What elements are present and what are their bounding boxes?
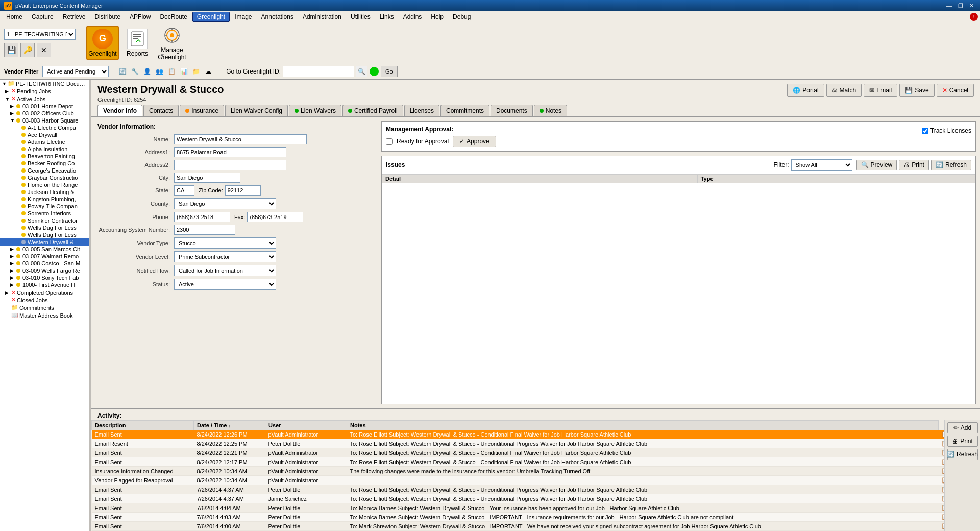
reports-toolbar-button[interactable]: Reports: [121, 26, 154, 60]
menu-administration[interactable]: Administration: [299, 12, 346, 21]
cancel-button[interactable]: ✕ Cancel: [937, 84, 974, 97]
tree-vendor-a1[interactable]: A-1 Electric Compa: [0, 124, 89, 131]
tree-job-009[interactable]: ▶ 03-009 Wells Fargo Re: [0, 267, 89, 274]
tree-job-002[interactable]: ▶ 03-002 Officers Club -: [0, 110, 89, 117]
activity-row[interactable]: Email Sent 8/24/2022 12:21 PM pVault Adm…: [92, 448, 945, 457]
address2-field[interactable]: [174, 160, 286, 170]
menu-capture[interactable]: Capture: [28, 12, 58, 21]
filter-icon-1[interactable]: 🔧: [129, 66, 140, 77]
menu-retrieve[interactable]: Retrieve: [59, 12, 90, 21]
activity-cell-icon[interactable]: 📋: [938, 457, 944, 467]
tree-vendor-adams[interactable]: Adams Electric: [0, 138, 89, 146]
activity-cell-icon[interactable]: 📋: [938, 448, 944, 457]
tree-vendor-alpha[interactable]: Alpha Insulation: [0, 146, 89, 153]
activity-col-desc[interactable]: Description: [92, 420, 194, 430]
tab-certified-payroll[interactable]: Certified Payroll: [342, 105, 403, 116]
status-field[interactable]: Active: [174, 279, 276, 290]
filter-icon-5[interactable]: 📊: [178, 66, 189, 77]
portal-button[interactable]: 🌐 Portal: [787, 84, 824, 97]
refresh-filter-icon[interactable]: 🔄: [117, 66, 128, 77]
activity-cell-icon[interactable]: 📋: [938, 503, 944, 513]
track-licenses-checkbox[interactable]: [922, 128, 928, 134]
activity-cell-icon[interactable]: 📋: [938, 522, 944, 531]
activity-cell-icon[interactable]: 📋: [938, 430, 944, 439]
tree-vendor-ace[interactable]: Ace Drywall: [0, 131, 89, 138]
tree-job-007[interactable]: ▶ 03-007 Walmart Remo: [0, 253, 89, 260]
tree-vendor-wells1[interactable]: Wells Dug For Less: [0, 224, 89, 231]
activity-cell-icon[interactable]: 📋: [938, 467, 944, 476]
menu-home[interactable]: Home: [2, 12, 27, 21]
tree-job-001[interactable]: ▶ 03-001 Home Depot -: [0, 103, 89, 110]
menu-greenlight[interactable]: Greenlight: [192, 12, 230, 22]
activity-col-user[interactable]: User: [265, 420, 347, 430]
menu-addins[interactable]: Addins: [399, 12, 426, 21]
city-field[interactable]: [174, 173, 240, 183]
approve-button[interactable]: ✓ Approve: [453, 136, 496, 147]
tree-pending-jobs[interactable]: ▶ ✕ Pending Jobs: [0, 87, 89, 95]
activity-cell-icon[interactable]: 📋: [938, 513, 944, 522]
tree-vendor-poway[interactable]: Poway Tile Compan: [0, 203, 89, 210]
activity-col-date[interactable]: Date / Time ↑: [194, 420, 265, 430]
save-doc-button[interactable]: 💾: [4, 43, 18, 57]
tree-commitments[interactable]: 📁 Commitments: [0, 304, 89, 311]
activity-row[interactable]: Insurance Information Changed 8/24/2022 …: [92, 467, 945, 476]
issues-preview-button[interactable]: 🔍 Preview: [856, 160, 897, 170]
window-controls[interactable]: — ❐ ✕: [944, 3, 976, 9]
tree-vendor-kingston[interactable]: Kingston Plumbing,: [0, 196, 89, 203]
tree-vendor-beaverton[interactable]: Beaverton Painting: [0, 153, 89, 160]
activity-cell-icon[interactable]: 📋: [938, 494, 944, 503]
go-button[interactable]: Go: [381, 66, 398, 77]
filter-icon-6[interactable]: 📁: [190, 66, 202, 77]
menu-image[interactable]: Image: [231, 12, 256, 21]
menu-help[interactable]: Help: [427, 12, 448, 21]
vendor-filter-select[interactable]: Active and Pending Active Pending All: [42, 66, 109, 77]
tree-vendor-graybar[interactable]: Graybar Constructio: [0, 174, 89, 181]
tree-job-1000[interactable]: ▶ 1000- First Avenue Hi: [0, 281, 89, 288]
menu-links[interactable]: Links: [376, 12, 398, 21]
activity-cell-icon[interactable]: 📋: [938, 485, 944, 494]
address1-field[interactable]: [174, 147, 286, 157]
tree-active-jobs[interactable]: ▼ ✕ Active Jobs: [0, 95, 89, 103]
activity-row[interactable]: Email Sent 8/24/2022 12:17 PM pVault Adm…: [92, 457, 945, 467]
menu-debug[interactable]: Debug: [449, 12, 475, 21]
activity-cell-icon[interactable]: 📋: [938, 476, 944, 485]
menu-annotations[interactable]: Annotations: [257, 12, 298, 21]
issues-refresh-button[interactable]: 🔄 Refresh: [931, 160, 971, 170]
activity-add-button[interactable]: ✏ Add: [947, 422, 978, 433]
activity-refresh-button[interactable]: 🔄 Refresh: [947, 449, 978, 460]
tree-master-address[interactable]: 📖 Master Address Book: [0, 311, 89, 319]
tab-lien-waivers[interactable]: Lien Waivers: [289, 105, 341, 116]
go-search-icon[interactable]: 🔍: [356, 66, 368, 77]
notified-field[interactable]: Called for Job Information: [174, 265, 276, 276]
zip-field[interactable]: [225, 185, 261, 196]
tree-closed-jobs[interactable]: ✕ Closed Jobs: [0, 296, 89, 304]
ready-for-approval-checkbox[interactable]: [386, 138, 393, 145]
tab-vendor-info[interactable]: Vendor Info: [97, 105, 142, 116]
activity-row[interactable]: Email Sent 7/26/2014 4:37 AM Peter Dolit…: [92, 485, 945, 494]
document-selector[interactable]: 1 - PE-TECHWRITING Documer: [4, 29, 76, 40]
vendor-level-field[interactable]: Prime Subcontractor: [174, 251, 276, 262]
save-button[interactable]: 💾 Save: [899, 84, 934, 97]
tree-vendor-home[interactable]: Home on the Range: [0, 181, 89, 188]
tree-job-010[interactable]: ▶ 03-010 Sony Tech Fab: [0, 274, 89, 281]
greenlight-toolbar-button[interactable]: G Greenlight: [86, 26, 119, 60]
filter-icon-3[interactable]: 👥: [154, 66, 165, 77]
match-button[interactable]: ⚖ Match: [826, 84, 862, 97]
tree-vendor-georges[interactable]: George's Excavatio: [0, 167, 89, 174]
tab-commitments[interactable]: Commitments: [440, 105, 489, 116]
tab-contacts[interactable]: Contacts: [143, 105, 179, 116]
tree-vendor-western[interactable]: Western Drywall &: [0, 238, 89, 246]
fax-field[interactable]: [247, 212, 303, 222]
properties-button[interactable]: 🔑: [20, 43, 35, 57]
tree-vendor-jackson[interactable]: Jackson Heating &: [0, 188, 89, 196]
menu-utilities[interactable]: Utilities: [347, 12, 375, 21]
activity-row[interactable]: Email Sent 7/26/2014 4:37 AM Jaime Sanch…: [92, 494, 945, 503]
vendor-type-field[interactable]: Stucco: [174, 237, 276, 249]
tab-lien-waiver-config[interactable]: Lien Waiver Config: [225, 105, 288, 116]
tab-notes[interactable]: Notes: [534, 105, 567, 116]
activity-row[interactable]: Email Sent 7/6/2014 4:04 AM Peter Dolitt…: [92, 503, 945, 513]
phone-field[interactable]: [174, 212, 230, 222]
menu-distribute[interactable]: Distribute: [90, 12, 125, 21]
activity-row[interactable]: Email Sent 7/6/2014 4:00 AM Peter Dolitt…: [92, 522, 945, 531]
activity-col-notes[interactable]: Notes: [347, 420, 939, 430]
